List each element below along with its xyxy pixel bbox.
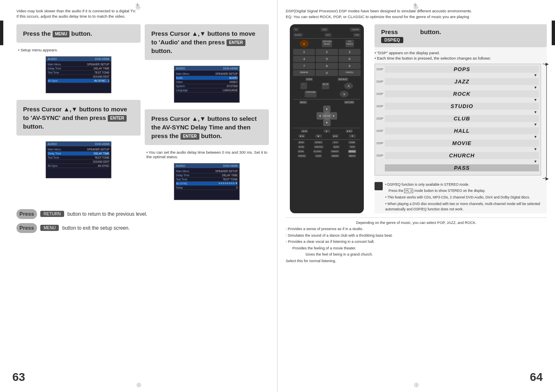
power-btn[interactable]: ⏻ xyxy=(300,40,309,47)
screen-row-label: Delay xyxy=(176,186,183,189)
screen-row-label: AV-Sync xyxy=(48,79,58,82)
screen-row-label: Delay Time xyxy=(48,67,61,70)
dsp-label-club: DSP xyxy=(377,117,385,120)
num-8[interactable]: 8 xyxy=(316,63,338,69)
stereo-btn[interactable]: STEREO xyxy=(314,141,322,144)
dsp-mode-church: DSP CHURCH xyxy=(377,152,539,159)
rew-btn[interactable]: ◄◄ xyxy=(298,134,305,138)
screen-row-highlighted: AV-SYNC 0 0 0 0 0 0 0 0 ▼ xyxy=(176,182,238,186)
dsp-eq-btn[interactable]: DSP/EQ xyxy=(348,150,356,153)
num-4[interactable]: 4 xyxy=(293,56,315,62)
return-btn[interactable]: RETURN xyxy=(344,101,354,104)
two-col-layout: Press the MENU button. Setup menu appear… xyxy=(16,24,269,203)
remote-transport-row: |◄◄ ► ►►| xyxy=(293,129,361,133)
press-desc-1: button to return to the previous level. xyxy=(67,211,148,217)
vol-down2-btn[interactable]: ∨ xyxy=(340,91,349,97)
num-7[interactable]: 7 xyxy=(293,63,315,69)
tv-btn[interactable]: TV xyxy=(293,28,299,32)
tv-video-btn[interactable]: TV/VIDEO xyxy=(345,40,354,47)
macro-btn[interactable]: MACRO xyxy=(348,154,356,157)
num-0[interactable]: 0 xyxy=(316,70,338,76)
remain-btn[interactable]: REMAIN xyxy=(293,70,315,76)
page-number-right: 64 xyxy=(530,371,543,384)
ffw-btn[interactable]: ►► xyxy=(332,134,339,138)
num-5[interactable]: 5 xyxy=(316,56,338,62)
screen-row-highlighted: Audio AUDIO xyxy=(176,76,238,80)
screen-2-header-left: AUDIO xyxy=(176,67,185,70)
dsp-label-pops: DSP xyxy=(377,67,385,71)
audio-btn[interactable]: AUDIO xyxy=(293,33,303,37)
sleep-btn[interactable]: SLEEP xyxy=(315,154,322,157)
cm500-btn[interactable]: CM/500 xyxy=(350,28,361,32)
angle-btn[interactable]: EL.SYNC xyxy=(313,150,322,153)
menu-btn[interactable]: MENU xyxy=(299,101,307,104)
dsp-header-box: Press button. DSP/EQ xyxy=(375,24,547,47)
option-btn[interactable]: OPTIONMODE xyxy=(322,40,332,47)
mp3-btn[interactable]: TUNER xyxy=(348,141,356,144)
stop-btn[interactable]: ■ xyxy=(315,134,322,138)
usb-btn[interactable]: USB xyxy=(353,33,361,37)
slow-btn[interactable]: SLOW xyxy=(298,145,305,148)
cycle-arrow: ▶ ▶ xyxy=(543,64,547,179)
play-btn[interactable]: ► xyxy=(324,129,330,133)
num-6[interactable]: 6 xyxy=(339,56,361,62)
dsp-mode-rock: DSP ROCK xyxy=(377,90,539,97)
dsp-note-2: Each time the button is pressed, the sel… xyxy=(375,56,547,60)
dsp-text-church: CHURCH xyxy=(385,152,539,159)
num-9[interactable]: 9 xyxy=(339,63,361,69)
dsp-arrow-rock: ▼ xyxy=(377,98,539,102)
screen-row-value: 0 0 0 0 0 0 0 0 ▼ xyxy=(219,182,238,185)
screen-row-value: AV-SYNC xyxy=(98,164,109,167)
dsp-arrow-movie: ▼ xyxy=(377,147,539,151)
screen-row-value: SPEAKER SETUP xyxy=(215,170,238,173)
press-word-1: Press xyxy=(19,211,34,217)
note-content: DSP/EQ function is only available in STE… xyxy=(385,182,547,213)
step-btn[interactable]: STEP xyxy=(305,78,313,81)
zoom-btn[interactable]: ZOOM xyxy=(298,150,304,153)
cancel-btn[interactable]: CANCEL xyxy=(339,70,361,76)
screen-2-header-right: DVD-HDMI xyxy=(223,67,238,70)
test-btn[interactable]: TEST xyxy=(349,145,356,148)
side-tab-left xyxy=(0,21,3,45)
dimmer-btn[interactable]: DIMMER xyxy=(331,154,339,157)
display-btn[interactable]: DISPLAY xyxy=(298,154,306,157)
remote-func-row-4: DISPLAY SLEEP DIMMER MACRO xyxy=(293,154,361,157)
audio-sel-btn[interactable]: AUDIO xyxy=(333,145,340,148)
screen-row-value: 0 xyxy=(236,186,238,189)
dts-btn[interactable]: PLII xyxy=(332,141,339,144)
screen-row: Video VIDEO xyxy=(176,80,238,84)
vol-up-btn[interactable]: ∧ xyxy=(344,83,353,89)
sub-note-1: Setup menu appears. xyxy=(18,48,141,52)
num-1[interactable]: 1 xyxy=(293,49,315,55)
num-3[interactable]: 3 xyxy=(339,49,361,55)
remote-sep-1 xyxy=(293,38,361,39)
remote-transport-row-2: ◄◄ ■ ►► ⏸ xyxy=(293,134,361,138)
return-button: RETURN xyxy=(40,211,64,217)
bookmark-btn[interactable]: FRMOTE xyxy=(331,150,339,153)
surround-btn[interactable]: S.RROUND xyxy=(305,91,316,97)
screen-row-label: Delay Time xyxy=(176,174,190,177)
num-2[interactable]: 2 xyxy=(316,49,338,55)
mute-btn[interactable]: MUTE xyxy=(322,83,329,89)
aux-btn[interactable]: AUX xyxy=(324,33,332,37)
mode-btn[interactable]: MODE xyxy=(298,141,305,144)
dsp-eq-label: DSP/EQ xyxy=(381,37,403,43)
dpad-down[interactable]: ▼ xyxy=(323,120,331,126)
screen-row: SOUND EDIT xyxy=(48,160,109,164)
dsp-notes: "DSP" appears on the display panel. Each… xyxy=(375,51,547,60)
pause-btn[interactable]: ⏸ xyxy=(349,134,356,138)
screen-4-header-right: DVD-HDMI xyxy=(223,164,238,167)
remote-menu-row: MENU RETURN xyxy=(293,101,361,104)
subtitle-btn[interactable]: SUBTITLE xyxy=(314,145,324,148)
dsp-label-jazz: DSP xyxy=(377,80,385,83)
dpad-right[interactable]: ► xyxy=(331,112,337,120)
repeat-btn[interactable]: REPEAT xyxy=(338,78,348,81)
remote-dpad: ▲ ▼ ◄ ► ENTER xyxy=(317,106,337,126)
dsp-arrow-club: ▼ xyxy=(377,122,539,127)
skip-next-btn[interactable]: ►►| xyxy=(346,129,352,133)
screen-row-label: Main Menu xyxy=(48,63,61,66)
dvd-btn[interactable]: DVD xyxy=(321,28,328,32)
vol-down-btn[interactable]: − xyxy=(301,83,307,89)
dpad-center-enter[interactable]: ENTER xyxy=(322,111,331,120)
skip-prev-btn[interactable]: |◄◄ xyxy=(301,129,308,133)
